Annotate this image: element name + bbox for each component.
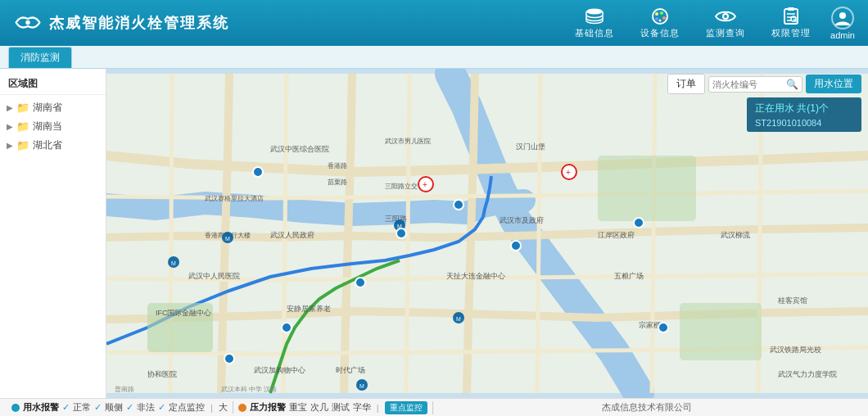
- logo-area: 杰威智能消火栓管理系统: [13, 11, 575, 34]
- sidebar-item-hunan2[interactable]: ▶ 📁 湖南当: [0, 117, 106, 136]
- size-label: 大: [219, 401, 228, 414]
- digit-label: 字华: [353, 401, 371, 414]
- clipboard-icon: [780, 7, 802, 25]
- svg-text:五粮广场: 五粮广场: [614, 272, 644, 280]
- nav-event[interactable]: 权限管理: [771, 7, 811, 39]
- svg-point-4: [660, 11, 663, 15]
- medium-label: 次几: [310, 401, 328, 414]
- sidebar-title: 区域图: [0, 74, 106, 95]
- search-input[interactable]: [712, 79, 786, 89]
- order-button[interactable]: 订单: [667, 74, 705, 94]
- water-alert-dot: [11, 404, 20, 412]
- svg-text:苗栗路: 苗栗路: [328, 179, 347, 186]
- search-button[interactable]: 🔍: [786, 79, 798, 90]
- svg-point-16: [839, 12, 846, 19]
- normal-label: 正常: [73, 401, 91, 414]
- severe-label: 重宝: [289, 401, 307, 414]
- map-info-box: 正在用水 共(1)个 ST21901010084: [747, 97, 861, 132]
- svg-text:香港路: 香港路: [328, 162, 347, 170]
- nav-device-info[interactable]: 设备信息: [640, 7, 680, 39]
- svg-point-59: [511, 241, 521, 251]
- svg-text:武汉中医综合医院: 武汉中医综合医院: [270, 145, 329, 153]
- illegal-check: ✓: [126, 402, 133, 413]
- water-alert-label: 用水报警: [23, 401, 59, 414]
- sidebar-item-hubei[interactable]: ▶ 📁 湖北省: [0, 136, 106, 155]
- svg-point-6: [655, 17, 658, 20]
- svg-text:普南路: 普南路: [115, 386, 134, 393]
- tree-arrow-2: ▶: [7, 122, 13, 131]
- svg-text:M: M: [171, 260, 176, 266]
- eye-icon: [714, 7, 737, 25]
- tree-arrow-3: ▶: [7, 141, 13, 150]
- svg-text:武汉本科 中学 汉路: 武汉本科 中学 汉路: [221, 386, 277, 393]
- svg-text:武汉赛格里拉大酒店: 武汉赛格里拉大酒店: [205, 195, 264, 202]
- company-label: 杰成信息技术有限公司: [433, 401, 861, 414]
- svg-text:桂客宾馆: 桂客宾馆: [777, 296, 807, 305]
- database-icon: [583, 7, 606, 25]
- svg-text:安静居家养老: 安静居家养老: [287, 305, 331, 313]
- sidebar: 区域图 ▶ 📁 湖南省 ▶ 📁 湖南当 ▶ 📁 湖北省: [0, 69, 106, 398]
- svg-text:协和医院: 协和医院: [147, 370, 177, 378]
- key-monitor-button[interactable]: 重点监控: [385, 401, 427, 414]
- svg-point-5: [662, 16, 666, 20]
- search-box: 🔍: [708, 76, 802, 93]
- pressure-alert-label: 压力报警: [250, 401, 286, 414]
- user-label: admin: [830, 30, 855, 40]
- water-location-button[interactable]: 用水位置: [806, 75, 861, 93]
- point-monitor-check: ✓: [158, 402, 165, 413]
- user-menu[interactable]: admin: [830, 7, 855, 40]
- svg-text:武汉市男儿医院: 武汉市男儿医院: [385, 138, 431, 145]
- svg-point-7: [659, 19, 662, 21]
- svg-text:武汉市及政府: 武汉市及政府: [500, 216, 544, 224]
- normal-check: ✓: [62, 402, 70, 413]
- svg-point-1: [586, 8, 603, 14]
- svg-point-60: [355, 278, 365, 287]
- svg-text:天扯大连金融中心: 天扯大连金融中心: [446, 272, 505, 280]
- svg-point-3: [655, 12, 658, 16]
- nav-event-label: 权限管理: [771, 27, 811, 39]
- info-id: ST21901010084: [755, 118, 853, 128]
- folder-icon-1: 📁: [16, 102, 29, 114]
- svg-text:M: M: [359, 383, 364, 389]
- svg-point-58: [454, 200, 463, 210]
- svg-text:武汉铁路局光校: 武汉铁路局光校: [770, 346, 821, 354]
- map-area[interactable]: 武汉中医综合医院 武汉市男儿医院 汉门山堡 三阳路 武汉人民政府 武汉市及政府 …: [106, 69, 868, 398]
- svg-point-9: [724, 15, 727, 18]
- folder-icon-2: 📁: [16, 120, 29, 133]
- sidebar-label-1: 湖南省: [33, 101, 62, 115]
- nav-base-info-label: 基础信息: [575, 27, 614, 39]
- svg-text:武汉柳流: 武汉柳流: [721, 231, 750, 239]
- sidebar-label-2: 湖南当: [33, 120, 62, 133]
- svg-text:江岸区政府: 江岸区政府: [598, 231, 635, 239]
- status-bar: 用水报警 ✓ 正常 ✓ 顺侧 ✓ 非法 ✓ 定点监控 | 大 压力报警 重宝 次…: [0, 398, 868, 416]
- tab-bar: 消防监测: [0, 46, 868, 69]
- header: 杰威智能消火栓管理系统 基础信息: [0, 0, 868, 46]
- sidebar-item-hunan[interactable]: ▶ 📁 湖南省: [0, 98, 106, 117]
- illegal-label: 非法: [137, 401, 155, 414]
- svg-text:M: M: [456, 316, 461, 322]
- svg-point-61: [282, 323, 292, 332]
- pressure-alert-dot: [238, 404, 246, 412]
- svg-point-56: [253, 167, 263, 177]
- app-title: 杰威智能消火栓管理系统: [49, 13, 229, 33]
- water-alert-section: 用水报警 ✓ 正常 ✓ 顺侧 ✓ 非法 ✓ 定点监控 | 大: [7, 401, 233, 414]
- svg-rect-11: [788, 7, 794, 11]
- svg-text:宗家棚: 宗家棚: [639, 321, 661, 329]
- nav-base-info[interactable]: 基础信息: [575, 7, 614, 39]
- folder-icon-3: 📁: [16, 139, 29, 151]
- svg-text:武汉气力力度学院: 武汉气力力度学院: [778, 370, 837, 378]
- palette-icon: [649, 7, 671, 25]
- svg-point-0: [25, 20, 29, 25]
- info-title: 正在用水 共(1)个: [755, 102, 853, 115]
- nav-monitor[interactable]: 监测查询: [706, 7, 745, 39]
- svg-rect-20: [680, 303, 762, 360]
- svg-text:+: +: [423, 180, 427, 189]
- pressure-alert-section: 压力报警 重宝 次几 测试 字华 | 重点监控: [233, 401, 433, 414]
- tab-monitor[interactable]: 消防监测: [8, 47, 72, 68]
- irregular-check: ✓: [94, 402, 102, 413]
- svg-text:IFC国际金融中心: IFC国际金融中心: [156, 309, 212, 317]
- svg-point-57: [396, 228, 406, 238]
- svg-point-62: [224, 354, 234, 364]
- svg-text:汉门山堡: 汉门山堡: [516, 142, 545, 151]
- point-monitor-label: 定点监控: [169, 401, 205, 414]
